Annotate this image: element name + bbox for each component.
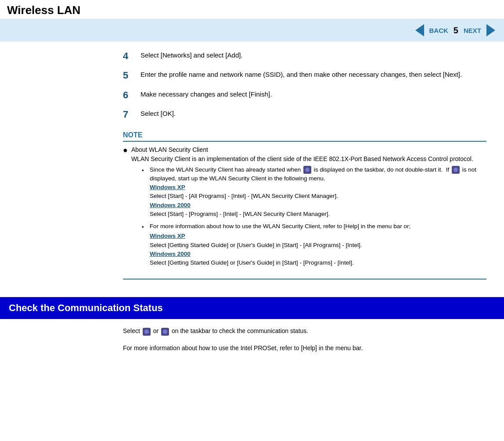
- next-label[interactable]: NEXT: [464, 27, 481, 34]
- taskbar-icon-2: [452, 166, 460, 174]
- windows-xp-link-1[interactable]: Windows XP: [150, 184, 185, 190]
- step-7-text: Select [OK].: [140, 109, 176, 119]
- page-header: Wireless LAN: [0, 0, 504, 19]
- xp-text-1: Select [Start] - [All Programs] - [Intel…: [150, 193, 338, 199]
- note-sub-bullet-dot-2: •: [142, 223, 147, 232]
- step-5-text: Enter the profile name and network name …: [140, 70, 462, 80]
- note-sub-item-1: • Since the WLAN Security Client has alr…: [142, 165, 486, 219]
- step-5-number: 5: [123, 70, 140, 81]
- next-arrow-icon[interactable]: [486, 24, 495, 36]
- note-sub-bullet-dot-1: •: [142, 166, 147, 175]
- note-indent-w2k-2: Windows 2000 Select [Getting Started Gui…: [150, 250, 486, 268]
- comm-status-para2: For more information about how to use th…: [123, 343, 486, 353]
- step-4-text: Select [Networks] and select [Add].: [140, 50, 243, 61]
- step-6-text: Make necessary changes and select [Finis…: [140, 90, 272, 100]
- note-bullet-dot: ●: [123, 145, 128, 155]
- note-sub-bullet-1: • Since the WLAN Security Client has alr…: [142, 165, 486, 183]
- note-main-bullet: ● About WLAN Security Client WLAN Securi…: [123, 145, 486, 271]
- note-indent-w2k-1: Windows 2000 Select [Start] - [Programs]…: [150, 201, 486, 219]
- step-4-number: 4: [123, 50, 140, 62]
- w2k-text-2: Select [Getting Started Guide] or [User'…: [150, 259, 354, 266]
- w2k-text-1: Select [Start] - [Programs] - [Intel] - …: [150, 211, 330, 217]
- comm-status-title: Check the Communication Status: [9, 302, 163, 313]
- note-label: NOTE: [123, 131, 486, 142]
- comm-icon-2: [161, 328, 169, 336]
- note-sub-item-2: • For more information about how to use …: [142, 222, 486, 267]
- back-label[interactable]: BACK: [429, 27, 448, 34]
- windows-2000-link-2[interactable]: Windows 2000: [150, 251, 191, 257]
- nav-bar: BACK 5 NEXT: [0, 19, 504, 42]
- step-5-row: 5 Enter the profile name and network nam…: [123, 70, 486, 81]
- note-sub-bullet-2: • For more information about how to use …: [142, 222, 486, 232]
- step-7-number: 7: [123, 109, 140, 120]
- step-7-row: 7 Select [OK].: [123, 109, 486, 120]
- windows-2000-link-1[interactable]: Windows 2000: [150, 202, 191, 208]
- note-sub-section: • Since the WLAN Security Client has alr…: [142, 165, 486, 268]
- comm-icon-1: [143, 328, 151, 336]
- step-6-number: 6: [123, 90, 140, 101]
- xp-text-2: Select [Getting Started Guide] or [User'…: [150, 242, 362, 248]
- note-bullet-desc: WLAN Security Client is an implementatio…: [131, 154, 486, 164]
- comm-status-banner: Check the Communication Status: [0, 297, 504, 319]
- note-section: NOTE ● About WLAN Security Client WLAN S…: [123, 131, 486, 280]
- note-indent-xp-2: Windows XP Select [Getting Started Guide…: [150, 232, 486, 250]
- page-number: 5: [454, 25, 458, 36]
- note-content: ● About WLAN Security Client WLAN Securi…: [123, 145, 486, 280]
- page-title: Wireless LAN: [7, 4, 80, 17]
- windows-xp-link-2[interactable]: Windows XP: [150, 233, 185, 239]
- main-content: 4 Select [Networks] and select [Add]. 5 …: [0, 42, 504, 288]
- step-4-row: 4 Select [Networks] and select [Add].: [123, 50, 486, 62]
- comm-status-content: Select or on the taskbar to check the co…: [0, 319, 504, 360]
- note-indent-xp-1: Windows XP Select [Start] - [All Program…: [150, 183, 486, 201]
- taskbar-icon-1: [303, 166, 311, 174]
- comm-status-para1: Select or on the taskbar to check the co…: [123, 326, 486, 336]
- note-bullet-title: About WLAN Security Client: [131, 145, 486, 154]
- note-sub-text-1: Since the WLAN Security Client has alrea…: [150, 165, 486, 183]
- step-6-row: 6 Make necessary changes and select [Fin…: [123, 90, 486, 101]
- back-arrow-icon[interactable]: [415, 24, 424, 36]
- note-sub-text-2: For more information about how to use th…: [150, 222, 410, 231]
